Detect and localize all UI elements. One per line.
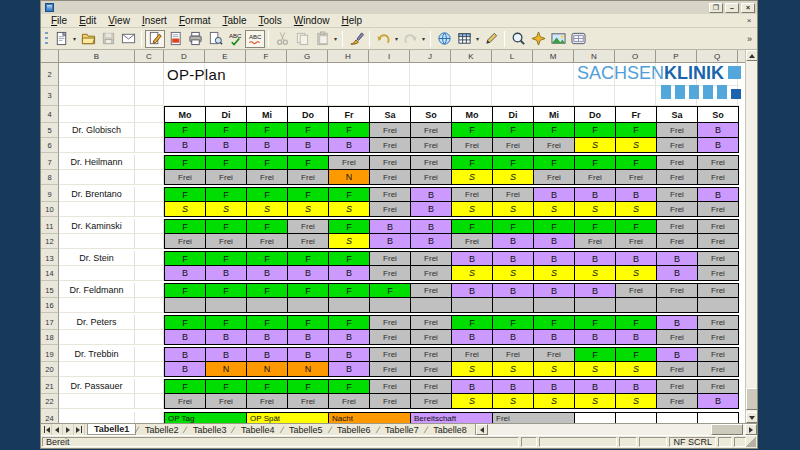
schedule-cell[interactable]: F (329, 316, 370, 330)
schedule-cell[interactable] (165, 298, 206, 313)
cell-c[interactable] (135, 347, 164, 362)
title-bar[interactable]: ❐ – × (41, 1, 757, 14)
schedule-cell[interactable]: N (288, 362, 329, 377)
schedule-cell[interactable]: B (206, 330, 247, 345)
tab-tabelle5[interactable]: Tabelle5 (283, 424, 329, 435)
schedule-cell[interactable]: S (206, 202, 247, 217)
schedule-cell[interactable]: B (534, 284, 575, 298)
menu-view[interactable]: View (102, 14, 136, 27)
schedule-cell[interactable]: F (575, 348, 616, 362)
schedule-cell[interactable]: N (329, 170, 370, 185)
schedule-cell[interactable]: Frei (452, 348, 493, 362)
schedule-cell[interactable]: F (206, 188, 247, 202)
schedule-cell[interactable]: Frei (698, 284, 739, 298)
schedule-cell[interactable]: F (247, 316, 288, 330)
schedule-cell[interactable]: Frei (370, 380, 411, 394)
schedule-cell[interactable]: F (288, 156, 329, 170)
dropdown-arrow-icon[interactable]: ▾ (420, 35, 427, 42)
schedule-cell[interactable]: F (452, 316, 493, 330)
schedule-cell[interactable]: B (452, 252, 493, 266)
schedule-cell[interactable]: B (534, 380, 575, 394)
zoom-icon[interactable] (508, 30, 528, 48)
schedule-cell[interactable]: B (411, 188, 452, 202)
schedule-cell[interactable]: F (247, 380, 288, 394)
schedule-cell[interactable]: Frei (452, 138, 493, 153)
cell-c[interactable] (135, 362, 164, 377)
schedule-cell[interactable]: B (165, 266, 206, 281)
schedule-cell[interactable]: Frei (698, 266, 739, 281)
first-sheet-button[interactable] (41, 424, 52, 435)
schedule-cell[interactable]: Frei (575, 170, 616, 185)
schedule-cell[interactable]: B (657, 348, 698, 362)
schedule-cell[interactable]: Frei (657, 170, 698, 185)
column-header-P[interactable]: P (656, 50, 697, 63)
scroll-left-icon[interactable] (476, 424, 488, 435)
schedule-cell[interactable]: F (206, 123, 247, 138)
schedule-cell[interactable]: Frei (247, 170, 288, 185)
schedule-cell[interactable]: F (247, 156, 288, 170)
scroll-right-icon[interactable] (745, 424, 757, 435)
navigator-icon[interactable] (528, 30, 548, 48)
schedule-cell[interactable]: F (493, 316, 534, 330)
horizontal-scrollbar[interactable] (475, 424, 757, 435)
schedule-cell[interactable]: F (452, 123, 493, 138)
menu-help[interactable]: Help (335, 14, 368, 27)
column-header-E[interactable]: E (205, 50, 246, 63)
schedule-cell[interactable]: F (206, 284, 247, 298)
schedule-cell[interactable]: S (288, 202, 329, 217)
redo-icon[interactable] (400, 30, 420, 48)
schedule-cell[interactable]: B (616, 188, 657, 202)
column-header-J[interactable]: J (410, 50, 451, 63)
day-header[interactable]: Mi (534, 107, 575, 123)
legend-empty-cell[interactable] (575, 413, 616, 423)
schedule-cell[interactable]: Frei (698, 156, 739, 170)
schedule-cell[interactable]: Frei (411, 284, 452, 298)
schedule-cell[interactable]: S (616, 394, 657, 409)
schedule-cell[interactable]: S (575, 202, 616, 217)
dropdown-arrow-icon[interactable]: ▾ (393, 35, 400, 42)
dropdown-arrow-icon[interactable]: ▾ (474, 35, 481, 42)
schedule-cell[interactable]: Frei (657, 220, 698, 234)
day-header[interactable]: Di (493, 107, 534, 123)
schedule-cell[interactable]: Frei (411, 170, 452, 185)
close-document-icon[interactable]: × (743, 15, 755, 26)
column-header-D[interactable]: D (164, 50, 205, 63)
cell-c[interactable] (135, 315, 164, 330)
schedule-cell[interactable]: Frei (534, 170, 575, 185)
schedule-cell[interactable]: F (616, 156, 657, 170)
schedule-cell[interactable]: Frei (206, 234, 247, 249)
cell-c[interactable] (135, 298, 164, 313)
row-header-16[interactable]: 16 (41, 298, 59, 313)
schedule-cell[interactable]: Frei (698, 202, 739, 217)
schedule-cell[interactable]: Frei (575, 234, 616, 249)
legend-empty-cell[interactable] (616, 413, 657, 423)
schedule-cell[interactable]: B (247, 330, 288, 345)
print-icon[interactable] (185, 30, 205, 48)
schedule-cell[interactable]: Frei (698, 316, 739, 330)
schedule-cell[interactable]: Frei (493, 188, 534, 202)
hyperlink-icon[interactable] (434, 30, 454, 48)
schedule-cell[interactable]: F (370, 284, 411, 298)
schedule-cell[interactable]: F (165, 380, 206, 394)
cell-c[interactable] (135, 266, 164, 281)
schedule-cell[interactable]: F (206, 316, 247, 330)
schedule-cell[interactable]: Frei (247, 394, 288, 409)
schedule-cell[interactable]: Frei (657, 234, 698, 249)
schedule-cell[interactable]: Frei (616, 284, 657, 298)
schedule-cell[interactable]: B (165, 348, 206, 362)
schedule-cell[interactable]: F (493, 220, 534, 234)
schedule-cell[interactable]: B (534, 188, 575, 202)
schedule-cell[interactable]: F (452, 220, 493, 234)
column-header-N[interactable]: N (574, 50, 615, 63)
schedule-cell[interactable]: B (575, 284, 616, 298)
schedule-cell[interactable]: Frei (657, 284, 698, 298)
schedule-cell[interactable]: F (616, 123, 657, 138)
schedule-cell[interactable]: F (206, 156, 247, 170)
cut-icon[interactable] (272, 30, 292, 48)
cell-b[interactable] (59, 106, 135, 123)
schedule-cell[interactable]: B (657, 252, 698, 266)
schedule-cell[interactable]: F (329, 123, 370, 138)
undo-icon[interactable] (373, 30, 393, 48)
schedule-cell[interactable]: B (452, 330, 493, 345)
schedule-cell[interactable]: F (616, 220, 657, 234)
